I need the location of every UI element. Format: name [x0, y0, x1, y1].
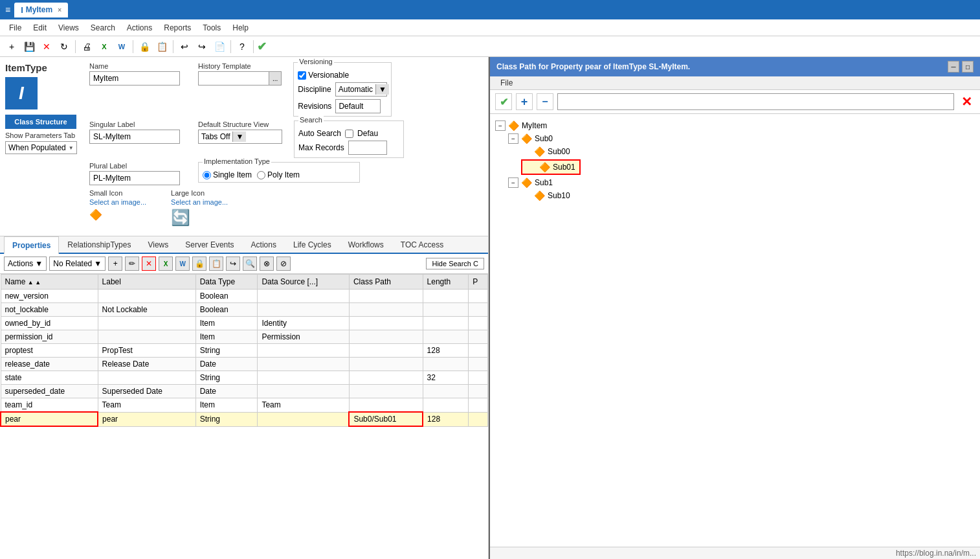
tree-node-sub00[interactable]: 🔶 Sub00 [521, 145, 975, 158]
discipline-arrow[interactable]: ▼ [375, 84, 389, 95]
tree-node-sub10[interactable]: 🔶 Sub10 [521, 189, 975, 202]
toolbar-new-btn[interactable]: 📄 [212, 39, 227, 54]
toolbar-copy-btn[interactable]: 📋 [154, 39, 170, 54]
rotate-btn[interactable]: ↪ [226, 257, 240, 271]
tab-life-cycles[interactable]: Life Cycles [285, 236, 340, 253]
versionable-checkbox[interactable] [298, 71, 306, 80]
dialog-minus-btn[interactable]: − [537, 93, 553, 110]
dialog-cancel-btn[interactable]: ✕ [958, 93, 975, 110]
word-export-btn[interactable]: W [175, 257, 190, 271]
tree-expand-sub0[interactable]: − [508, 133, 518, 144]
table-row-pear[interactable]: pear pear String Sub0/Sub01 128 [1, 412, 488, 426]
table-row[interactable]: new_version Boolean [1, 290, 488, 303]
tree-expand-sub1[interactable]: − [508, 177, 518, 188]
tab-views[interactable]: Views [139, 236, 177, 253]
table-row[interactable]: superseded_date Superseded Date Date [1, 385, 488, 398]
col-label[interactable]: Label [98, 275, 195, 290]
toolbar-word-btn[interactable]: W [114, 39, 129, 54]
table-row[interactable]: not_lockable Not Lockable Boolean [1, 303, 488, 317]
table-row[interactable]: owned_by_id Item Identity [1, 317, 488, 330]
no-related-dropdown[interactable]: No Related ▼ [49, 257, 106, 271]
tree-node-myitem[interactable]: − 🔶 MyItem [495, 119, 975, 132]
col-data-type[interactable]: Data Type [195, 275, 258, 290]
poly-item-radio[interactable] [257, 171, 265, 179]
dialog-maximize-btn[interactable]: □ [962, 61, 974, 73]
tab-properties[interactable]: Properties [4, 236, 59, 254]
table-row[interactable]: state String 32 [1, 371, 488, 385]
table-row[interactable]: release_date Release Date Date [1, 358, 488, 371]
toolbar-undo-btn[interactable]: ↩ [177, 39, 192, 54]
default-structure-dropdown[interactable]: Tabs Off ▼ [198, 130, 282, 144]
history-template-input[interactable] [198, 71, 269, 86]
main-tab[interactable]: I MyItem × [14, 3, 68, 17]
tree-row-sub01[interactable]: 🔶 Sub01 [521, 158, 975, 176]
small-icon-link[interactable]: Select an image... [89, 198, 146, 206]
actions-dropdown[interactable]: Actions ▼ [4, 257, 47, 271]
col-data-source[interactable]: Data Source [...] [258, 275, 350, 290]
table-row[interactable]: proptest PropTest String 128 [1, 344, 488, 358]
show-params-dropdown[interactable]: When Populated ▼ [5, 141, 77, 154]
auto-search-checkbox[interactable] [345, 130, 353, 138]
tree-node-sub01-selected[interactable]: 🔶 Sub01 [521, 159, 581, 175]
tree-node-sub0[interactable]: − 🔶 Sub0 [508, 132, 975, 145]
menu-reports[interactable]: Reports [159, 22, 196, 34]
toolbar-lock-btn[interactable]: 🔒 [137, 39, 152, 54]
tab-close-icon[interactable]: × [58, 6, 61, 14]
toolbar-redo-btn[interactable]: ↪ [194, 39, 210, 54]
single-item-radio[interactable] [203, 171, 211, 179]
toolbar-help-btn[interactable]: ? [234, 39, 250, 54]
tree-node-sub1[interactable]: − 🔶 Sub1 [508, 176, 975, 189]
table-row[interactable]: permission_id Item Permission [1, 330, 488, 344]
tree-expand-myitem[interactable]: − [495, 120, 506, 131]
toolbar-add-btn[interactable]: + [4, 39, 19, 54]
toolbar-refresh-btn[interactable]: ↻ [56, 39, 72, 54]
tab-workflows[interactable]: Workflows [340, 236, 392, 253]
toolbar-excel-btn[interactable]: X [96, 39, 112, 54]
clear-filter-btn[interactable]: ⊘ [276, 257, 291, 271]
class-structure-button[interactable]: Class Structure [5, 115, 76, 129]
discipline-dropdown[interactable]: Automatic ▼ [335, 82, 387, 97]
revisions-dropdown[interactable]: Default [335, 99, 381, 113]
large-icon-link[interactable]: Select an image... [171, 198, 228, 206]
hamburger-icon[interactable]: ≡ [5, 5, 10, 15]
properties-table-scroll[interactable]: Name ▲ Label Data Type Data Source [...]… [0, 274, 488, 559]
dialog-ok-btn[interactable]: ✔ [495, 93, 512, 110]
toolbar-cancel-btn[interactable]: ✕ [39, 39, 54, 54]
col-length[interactable]: Length [423, 275, 469, 290]
name-input[interactable] [89, 71, 180, 86]
tab-relationship-types[interactable]: RelationshipTypes [59, 236, 139, 253]
delete-property-btn[interactable]: ✕ [142, 257, 156, 271]
tab-server-events[interactable]: Server Events [177, 236, 242, 253]
col-name[interactable]: Name ▲ [1, 275, 98, 290]
col-class-path[interactable]: Class Path [349, 275, 423, 290]
hide-search-button[interactable]: Hide Search C [426, 258, 484, 269]
default-structure-arrow[interactable]: ▼ [232, 131, 246, 142]
edit-property-btn[interactable]: ✏ [125, 257, 139, 271]
menu-views[interactable]: Views [53, 22, 84, 34]
menu-help[interactable]: Help [227, 22, 254, 34]
search-btn[interactable]: 🔍 [243, 257, 257, 271]
tab-toc-access[interactable]: TOC Access [392, 236, 452, 253]
toolbar-check-icon[interactable]: ✔ [257, 40, 267, 54]
toolbar-print-btn[interactable]: 🖨 [79, 39, 95, 54]
dialog-minimize-btn[interactable]: ─ [948, 61, 959, 73]
menu-search[interactable]: Search [85, 22, 120, 34]
tab-actions[interactable]: Actions [243, 236, 285, 253]
dialog-add-btn[interactable]: + [516, 93, 533, 110]
menu-tools[interactable]: Tools [197, 22, 226, 34]
copy-btn2[interactable]: 📋 [209, 257, 223, 271]
singular-label-input[interactable] [89, 130, 180, 144]
menu-actions[interactable]: Actions [122, 22, 157, 34]
max-records-input[interactable] [348, 141, 387, 155]
dialog-file-menu[interactable]: File [495, 77, 518, 89]
add-property-btn[interactable]: + [108, 257, 122, 271]
menu-edit[interactable]: Edit [28, 22, 52, 34]
table-row[interactable]: team_id Team Item Team [1, 398, 488, 413]
lock-btn[interactable]: 🔒 [192, 257, 206, 271]
menu-file[interactable]: File [4, 22, 27, 34]
history-template-ellipsis-btn[interactable]: ... [269, 71, 282, 86]
filter-btn[interactable]: ⊗ [260, 257, 274, 271]
plural-label-input[interactable] [89, 171, 180, 185]
excel-export-btn[interactable]: X [159, 257, 173, 271]
toolbar-save-btn[interactable]: 💾 [21, 39, 37, 54]
